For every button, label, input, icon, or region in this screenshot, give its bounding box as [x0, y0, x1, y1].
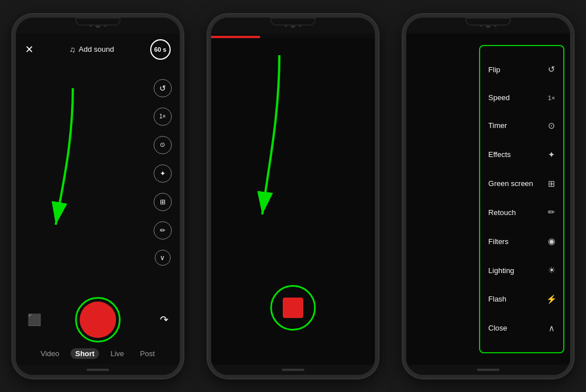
retouch-control[interactable]: ✏	[154, 221, 172, 240]
menu-item-flash-label: Flash	[488, 295, 506, 303]
effects-control[interactable]: ✦	[154, 164, 172, 183]
phone-1-screen: ✕ ♫ Add sound 60 s ↺ 1× ⊙ ✦ ⊞ ✏ ∨	[16, 34, 180, 365]
phone-2	[208, 14, 378, 378]
add-sound-label: Add sound	[79, 45, 114, 53]
effects-icon: ✦	[545, 150, 558, 160]
phone-3: Flip ↺ Speed 1× Timer ⊙ Effects ✦ Green …	[403, 14, 573, 378]
phone-top-bar-2	[211, 18, 375, 34]
menu-item-filters-label: Filters	[488, 237, 508, 246]
menu-item-flip[interactable]: Flip ↺	[480, 62, 563, 77]
menu-item-retouch[interactable]: Retouch ✏	[480, 205, 563, 220]
tab-post[interactable]: Post	[135, 348, 159, 359]
phone-3-bottom	[406, 365, 570, 375]
menu-item-flip-label: Flip	[488, 65, 500, 74]
add-sound-button[interactable]: ♫ Add sound	[69, 45, 114, 54]
phone-notch-1	[75, 18, 121, 26]
camera-menu-panel: Flip ↺ Speed 1× Timer ⊙ Effects ✦ Green …	[479, 45, 564, 353]
timer-badge[interactable]: 60 s	[150, 39, 171, 60]
record-button-outer	[75, 297, 121, 343]
menu-item-timer[interactable]: Timer ⊙	[480, 118, 563, 133]
menu-item-effects[interactable]: Effects ✦	[480, 147, 563, 162]
gallery-icon[interactable]: ⬛	[27, 313, 42, 327]
green-arrow-1	[22, 77, 124, 236]
speed-control[interactable]: 1×	[154, 108, 172, 126]
menu-item-filters[interactable]: Filters ◉	[480, 234, 563, 249]
timer-icon: ⊙	[545, 121, 558, 131]
phone-1: ✕ ♫ Add sound 60 s ↺ 1× ⊙ ✦ ⊞ ✏ ∨	[13, 14, 183, 378]
menu-item-green-screen-label: Green screen	[488, 179, 533, 188]
filters-icon: ◉	[545, 236, 558, 246]
timer-control[interactable]: ⊙	[154, 136, 172, 154]
stop-button[interactable]	[283, 298, 303, 318]
stop-button-outer	[270, 285, 316, 331]
menu-item-close[interactable]: Close ∧	[480, 321, 563, 336]
flip-icon: ↺	[545, 64, 558, 75]
phone-top-bar-3	[406, 18, 570, 34]
menu-item-retouch-label: Retouch	[488, 208, 515, 217]
phone-top-bar-1	[16, 18, 180, 34]
record-button[interactable]	[80, 302, 116, 338]
home-indicator-3	[477, 369, 500, 371]
home-indicator-1	[86, 369, 109, 371]
speed-icon: 1×	[545, 94, 558, 101]
tab-live[interactable]: Live	[106, 348, 129, 359]
music-icon: ♫	[69, 45, 76, 54]
phone-2-bottom	[211, 365, 375, 375]
menu-item-green-screen[interactable]: Green screen ⊞	[480, 176, 563, 191]
menu-item-effects-label: Effects	[488, 150, 511, 159]
phone-1-header: ✕ ♫ Add sound 60 s	[16, 34, 180, 65]
flip-control[interactable]: ↺	[154, 79, 172, 97]
green-arrow-2	[222, 44, 336, 226]
menu-item-close-label: Close	[488, 324, 507, 332]
close-menu-icon: ∧	[545, 323, 558, 333]
flash-icon: ⚡	[545, 294, 558, 304]
menu-item-lighting[interactable]: Lighting ☀	[480, 263, 563, 278]
phone-3-camera-area: Flip ↺ Speed 1× Timer ⊙ Effects ✦ Green …	[406, 34, 570, 365]
menu-item-lighting-label: Lighting	[488, 266, 514, 275]
close-icon[interactable]: ✕	[25, 43, 34, 56]
tab-short[interactable]: Short	[71, 348, 99, 359]
more-control[interactable]: ∨	[155, 250, 171, 266]
right-controls: ↺ 1× ⊙ ✦ ⊞ ✏ ∨	[154, 79, 172, 266]
phone-2-screen	[211, 34, 375, 365]
menu-item-timer-label: Timer	[488, 121, 507, 130]
home-indicator-2	[282, 369, 304, 371]
lighting-icon: ☀	[545, 265, 558, 275]
phone-2-camera-area	[211, 38, 375, 365]
retouch-icon: ✏	[545, 207, 558, 217]
green-screen-control[interactable]: ⊞	[154, 193, 172, 211]
bottom-controls-1: ⬛ ↷	[16, 292, 180, 345]
mode-tabs: Video Short Live Post	[16, 345, 180, 365]
menu-item-speed-label: Speed	[488, 93, 510, 102]
tab-video[interactable]: Video	[36, 348, 64, 359]
phone-notch-2	[270, 18, 316, 26]
forward-icon[interactable]: ↷	[160, 313, 168, 326]
green-screen-icon: ⊞	[545, 179, 558, 189]
phone-3-screen: Flip ↺ Speed 1× Timer ⊙ Effects ✦ Green …	[406, 34, 570, 365]
phone-notch-3	[465, 18, 511, 26]
menu-item-flash[interactable]: Flash ⚡	[480, 292, 563, 307]
menu-item-speed[interactable]: Speed 1×	[480, 91, 563, 104]
phone-1-bottom	[16, 365, 180, 375]
